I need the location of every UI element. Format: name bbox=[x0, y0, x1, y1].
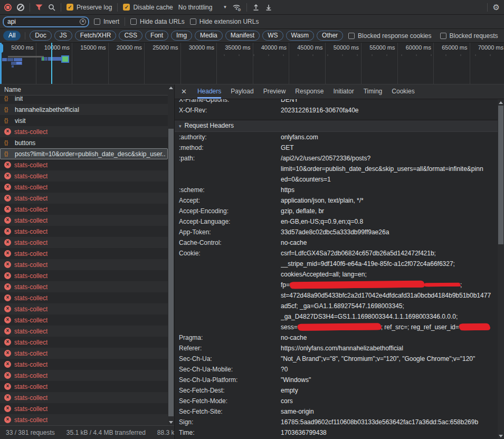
tab-headers[interactable]: Headers bbox=[197, 84, 221, 99]
disable-cache-checkbox[interactable]: ✓ Disable cache bbox=[123, 4, 173, 11]
request-row[interactable]: ×stats-collect bbox=[0, 248, 168, 259]
export-har-icon[interactable] bbox=[265, 4, 272, 11]
request-row[interactable]: ×stats-collect bbox=[0, 337, 168, 348]
detail-scrollbar[interactable] bbox=[498, 99, 504, 439]
filter-chip-doc[interactable]: Doc bbox=[30, 31, 51, 41]
header-value: /api2/v2/users/20572336/posts?limit=10&o… bbox=[281, 153, 498, 185]
request-row[interactable]: {:}visit bbox=[0, 115, 168, 126]
header-name: X-Frame-Options: bbox=[175, 99, 281, 105]
request-row[interactable]: {:}init bbox=[0, 96, 168, 104]
header-name: Time: bbox=[175, 427, 281, 438]
request-row[interactable]: ×stats-collect bbox=[0, 182, 168, 193]
overview-selection-grip[interactable] bbox=[0, 44, 3, 53]
request-row[interactable]: ×stats-collect bbox=[0, 215, 168, 226]
request-row[interactable]: ×stats-collect bbox=[0, 237, 168, 248]
request-row[interactable]: ×stats-collect bbox=[0, 259, 168, 270]
request-row[interactable]: ×stats-collect bbox=[0, 392, 168, 403]
request-row[interactable]: ×stats-collect bbox=[0, 170, 168, 182]
header-name: :authority: bbox=[175, 132, 281, 142]
filter-chip-fetch-xhr[interactable]: Fetch/XHR bbox=[75, 31, 117, 41]
blocked-response-cookies-checkbox[interactable]: Blocked response cookies bbox=[348, 32, 431, 40]
blocked-requests-checkbox[interactable]: Blocked requests bbox=[440, 32, 498, 40]
request-row[interactable]: ×stats-collect bbox=[0, 204, 168, 215]
request-row-selected[interactable]: {:}posts?limit=10&order=publish_date_des… bbox=[0, 148, 168, 159]
request-row[interactable]: ×stats-collect bbox=[0, 226, 168, 237]
error-icon: × bbox=[4, 328, 11, 335]
request-row[interactable]: ×stats-collect bbox=[0, 281, 168, 292]
request-row[interactable]: ×stats-collect bbox=[0, 314, 168, 326]
filter-chip-manifest[interactable]: Manifest bbox=[225, 31, 260, 41]
throttling-dropdown[interactable]: No throttling ▼ bbox=[178, 4, 227, 11]
filter-input[interactable] bbox=[3, 17, 89, 27]
request-row[interactable]: ×stats-collect bbox=[0, 159, 168, 170]
close-icon[interactable]: ✕ bbox=[181, 84, 187, 99]
request-row[interactable]: ×stats-collect bbox=[0, 326, 168, 337]
filter-chip-media[interactable]: Media bbox=[195, 31, 223, 41]
filter-chip-other[interactable]: Other bbox=[317, 31, 343, 41]
request-row[interactable]: ×stats-collect bbox=[0, 403, 168, 414]
tab-response[interactable]: Response bbox=[295, 84, 324, 99]
filter-chip-wasm[interactable]: Wasm bbox=[286, 31, 315, 41]
filter-chip-ws[interactable]: WS bbox=[262, 31, 283, 41]
tab-cookies[interactable]: Cookies bbox=[392, 84, 414, 99]
header-value-line: cors bbox=[281, 396, 498, 406]
request-row[interactable]: ×stats-collect bbox=[0, 370, 168, 381]
request-row[interactable]: ×stats-collect bbox=[0, 359, 168, 370]
request-row[interactable]: {:}hannahelizabethofficial bbox=[0, 104, 168, 115]
header-value-line: https bbox=[281, 185, 498, 195]
request-row[interactable]: ×stats-collect bbox=[0, 270, 168, 281]
filter-chip-css[interactable]: CSS bbox=[119, 31, 142, 41]
record-icon[interactable] bbox=[4, 4, 12, 11]
request-row[interactable]: ×stats-collect bbox=[0, 348, 168, 359]
clear-filter-icon[interactable]: ✕ bbox=[80, 18, 86, 25]
filter-chip-img[interactable]: Img bbox=[171, 31, 192, 41]
hide-extension-urls-checkbox[interactable]: Hide extension URLs bbox=[190, 18, 259, 25]
error-icon: × bbox=[4, 416, 11, 423]
scroll-up-icon[interactable] bbox=[498, 99, 504, 106]
request-row[interactable]: ×stats-collect bbox=[0, 292, 168, 303]
clear-icon[interactable] bbox=[17, 4, 24, 11]
header-value-line: GET bbox=[281, 142, 498, 153]
network-conditions-icon[interactable]: ⚙ bbox=[232, 3, 241, 11]
tab-timing[interactable]: Timing bbox=[364, 84, 383, 99]
scroll-down-icon[interactable] bbox=[168, 419, 174, 425]
request-list-scrollbar[interactable] bbox=[168, 84, 174, 425]
import-har-icon[interactable] bbox=[252, 4, 260, 11]
request-row[interactable]: {:}buttons bbox=[0, 137, 168, 148]
request-row[interactable]: ×stats-collect bbox=[0, 381, 168, 392]
header-value: ?0 bbox=[281, 364, 498, 375]
request-row[interactable]: ×stats-collect bbox=[0, 414, 168, 425]
header-value-text: ; bbox=[460, 281, 462, 289]
header-row: :method:GET bbox=[175, 142, 498, 153]
scrollbar-thumb[interactable] bbox=[168, 129, 174, 416]
request-row[interactable]: ×stats-collect bbox=[0, 126, 168, 137]
error-icon: × bbox=[4, 161, 11, 168]
request-headers-section-header[interactable]: ▾Request Headers bbox=[175, 120, 498, 132]
invert-checkbox[interactable]: Invert bbox=[94, 18, 119, 25]
filter-chip-js[interactable]: JS bbox=[54, 31, 72, 41]
timeline-tick-label: 35000 ms bbox=[217, 43, 253, 84]
request-row[interactable]: ×stats-collect bbox=[0, 193, 168, 204]
filter-chip-font[interactable]: Font bbox=[145, 31, 168, 41]
scroll-down-icon[interactable] bbox=[498, 433, 504, 439]
header-name: Sec-Fetch-Mode: bbox=[175, 396, 281, 406]
network-overview-timeline[interactable]: 5000 ms10000 ms15000 ms20000 ms25000 ms3… bbox=[0, 43, 504, 84]
preserve-log-checkbox[interactable]: ✓ Preserve log bbox=[66, 4, 112, 11]
tab-preview[interactable]: Preview bbox=[263, 84, 286, 99]
scroll-up-icon[interactable] bbox=[168, 84, 174, 91]
filter-funnel-icon[interactable] bbox=[35, 4, 43, 11]
request-row[interactable]: ×stats-collect bbox=[0, 303, 168, 314]
tab-payload[interactable]: Payload bbox=[231, 84, 253, 99]
gear-icon[interactable]: ⚙ bbox=[493, 3, 500, 11]
name-column-header[interactable]: Name bbox=[0, 84, 174, 96]
request-name: stats-collect bbox=[14, 328, 47, 335]
toolbar-divider bbox=[61, 3, 61, 12]
header-value-line: fp=; bbox=[281, 280, 498, 290]
scrollbar-thumb[interactable] bbox=[498, 106, 503, 244]
header-value-line: no-cache bbox=[281, 237, 498, 248]
tab-initiator[interactable]: Initiator bbox=[333, 84, 354, 99]
hide-data-urls-checkbox[interactable]: Hide data URLs bbox=[130, 18, 185, 25]
filter-chip-all[interactable]: All bbox=[3, 31, 21, 41]
search-icon[interactable] bbox=[48, 4, 55, 11]
request-name: stats-collect bbox=[14, 405, 47, 413]
